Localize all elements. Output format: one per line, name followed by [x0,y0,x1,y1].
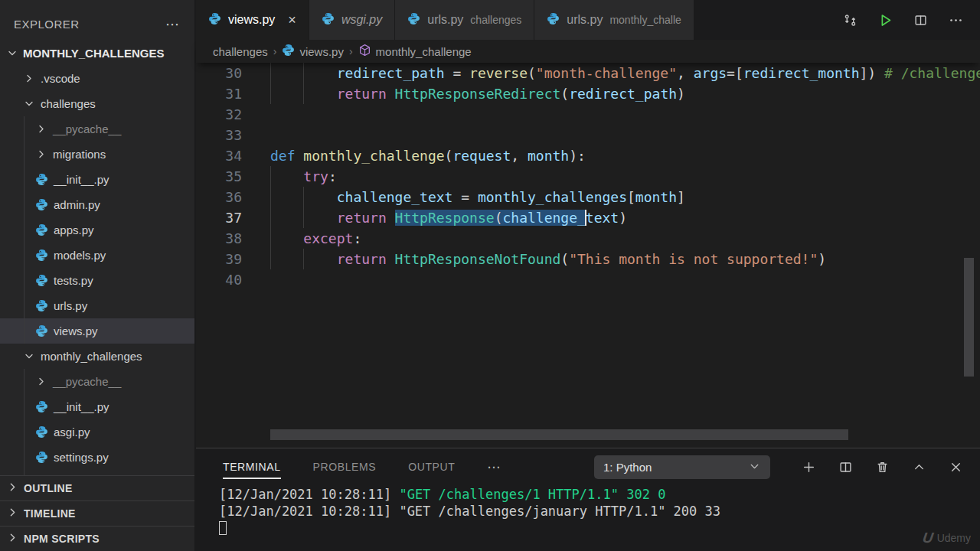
code-token: HttpResponse [395,210,495,226]
tree-item-settings-py[interactable]: settings.py [0,445,194,470]
sidebar-section-timeline[interactable]: TIMELINE [0,500,194,526]
sidebar-section-label: OUTLINE [24,482,73,494]
panel-more-actions-icon[interactable]: ⋯ [487,459,501,475]
symbol-module-icon [358,44,371,59]
code-line-35: 35 try: [196,166,980,187]
code-token: ( [495,210,503,226]
python-file-icon [35,425,48,439]
tab-wsgi-py[interactable]: wsgi.py [309,0,395,40]
tab-description: challenges [470,14,521,26]
tree-item-migrations[interactable]: migrations [0,142,194,167]
tab-urls-py-monthly_challe[interactable]: urls.pymonthly_challe [534,0,694,40]
code-token [387,251,395,267]
sidebar-section-label: TIMELINE [24,507,76,520]
code-token: def [270,148,296,164]
tree-item-admin-py[interactable]: admin.py [0,192,194,217]
code-token [387,86,395,102]
tree-indent-guide [24,217,24,243]
tree-indent-guide [24,419,24,445]
code-token [296,148,304,164]
chevron-right-icon [23,73,35,85]
terminal-shell-select[interactable]: 1: Python [594,455,770,479]
code-token: redirect_path [569,86,677,102]
run-python-file-icon[interactable] [877,12,893,28]
tree-item-urls-py[interactable]: urls.py [0,293,194,318]
code-token: "This month is not supported!" [569,251,818,267]
chevron-right-icon [6,481,19,497]
line-number: 36 [196,187,242,207]
tree-item-apps-py[interactable]: apps.py [0,217,194,243]
code-token: month [635,189,677,205]
close-panel-icon[interactable] [948,459,963,474]
horizontal-scrollbar[interactable] [270,429,848,440]
code-editor[interactable]: 30 redirect_path = reverse("month-challe… [196,63,980,448]
tab-views-py[interactable]: views.py× [196,0,309,40]
terminal-text: "GET /challenges/1 HTTP/1.1" 302 0 [399,487,665,502]
code-token: text [586,210,619,226]
chevron-down-icon [6,47,18,60]
tree-item-challenges[interactable]: challenges [0,91,194,116]
maximize-panel-icon[interactable] [911,459,926,474]
sidebar-section-outline[interactable]: OUTLINE [0,475,194,500]
tree-item--pycache-[interactable]: __pycache__ [0,369,194,394]
code-line-34: 34def monthly_challenge(request, month): [196,145,980,166]
code-token: request [452,148,511,164]
chevron-right-icon [35,376,47,388]
tab-label: views.py [228,13,275,27]
breadcrumb-item-monthly_challenge[interactable]: monthly_challenge [358,44,472,59]
tree-item-models-py[interactable]: models.py [0,243,194,268]
sidebar-sections: OUTLINETIMELINENPM SCRIPTS [0,475,194,551]
line-number: 30 [196,63,242,83]
tree-item-monthly-challenges[interactable]: monthly_challenges [0,344,194,369]
code-token: args [694,65,727,81]
tree-item--pycache-[interactable]: __pycache__ [0,116,194,142]
code-token: "month-challenge" [536,65,677,81]
tab-bar: views.py×wsgi.pyurls.pychallengesurls.py… [196,0,980,40]
tree-item--vscode[interactable]: .vscode [0,66,194,91]
tree-item-tests-py[interactable]: tests.py [0,268,194,293]
line-number: 33 [196,125,242,145]
code-token: =[ [727,65,743,81]
breadcrumb-item-views-py[interactable]: views.py [282,44,344,59]
panel-tab-problems[interactable]: PROBLEMS [313,448,377,485]
close-icon[interactable]: × [288,13,296,27]
tree-item-label: monthly_challenges [41,350,142,363]
tree-item-asgi-py[interactable]: asgi.py [0,419,194,445]
tree-item--init-py[interactable]: __init__.py [0,167,194,192]
python-file-icon [322,12,335,28]
code-line-30: 30 redirect_path = reverse("month-challe… [196,63,980,83]
code-text: try: [270,166,337,187]
tree-item--init-py[interactable]: __init__.py [0,394,194,419]
open-changes-icon[interactable] [842,12,858,28]
tab-urls-py-challenges[interactable]: urls.pychallenges [395,0,534,40]
more-actions-icon[interactable] [948,12,963,28]
python-file-icon [35,451,48,464]
terminal-output[interactable]: [12/Jan/2021 10:28:11] "GET /challenges/… [196,485,980,536]
editor-actions [842,0,980,40]
split-editor-icon[interactable] [913,12,928,28]
tree-item-label: tests.py [54,274,93,287]
split-terminal-icon[interactable] [838,459,853,474]
new-terminal-icon[interactable] [801,459,816,474]
tree-item-label: __init__.py [54,173,109,186]
panel-tab-output[interactable]: OUTPUT [408,448,455,485]
code-token: except [303,230,353,246]
kill-terminal-icon[interactable] [874,459,890,474]
python-file-icon [35,249,48,262]
tree-item-views-py[interactable]: views.py [0,318,194,344]
code-token: ) [677,86,685,102]
vertical-scrollbar[interactable] [964,258,974,377]
code-token: redirect_path [337,65,445,81]
breadcrumb-separator: › [273,45,277,57]
terminal-shell-select-value: 1: Python [603,461,652,474]
workspace-root-item[interactable]: MONTHLY_CHALLENGES [0,41,194,66]
code-token: ) [619,210,627,226]
tree-item-label: urls.py [54,299,87,312]
tree-item-label: settings.py [54,451,109,464]
chevron-right-icon [6,531,19,547]
explorer-more-actions-icon[interactable]: ⋯ [165,16,181,33]
tree-item-label: __init__.py [54,400,109,413]
panel-tab-terminal[interactable]: TERMINAL [223,448,281,485]
sidebar-section-npm-scripts[interactable]: NPM SCRIPTS [0,526,194,551]
breadcrumb-item-challenges[interactable]: challenges [213,45,268,58]
